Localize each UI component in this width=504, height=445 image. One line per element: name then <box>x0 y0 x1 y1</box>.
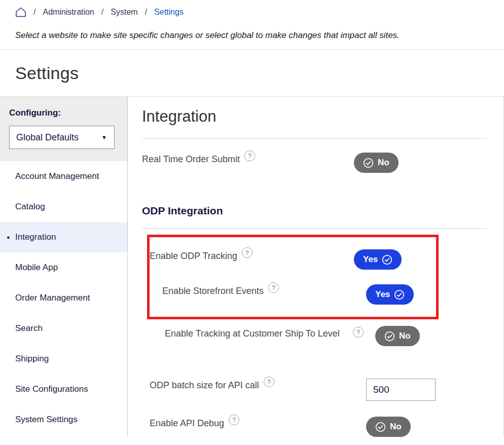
toggle-state-label: Yes <box>363 254 378 265</box>
help-icon[interactable]: ? <box>242 247 253 258</box>
scope-select[interactable]: Global Defaults ▼ <box>9 126 115 149</box>
check-circle-icon <box>375 422 386 432</box>
sidebar-item-label: Order Management <box>15 293 90 303</box>
breadcrumb-separator: / <box>33 8 35 17</box>
setting-row-enable-storefront-events: Enable Storefront Events ? Yes <box>150 284 436 307</box>
header-divider <box>0 49 504 50</box>
sidebar-item-label: Integration <box>15 232 56 242</box>
check-circle-icon <box>394 289 405 300</box>
content-area: Configuring: Global Defaults ▼ ● Account… <box>0 96 504 437</box>
help-icon[interactable]: ? <box>353 327 364 338</box>
setting-label: Enable ODP Tracking ? <box>150 249 253 263</box>
setting-row-real-time-order-submit: Real Time Order Submit ? No <box>142 153 503 176</box>
help-icon[interactable]: ? <box>264 377 274 387</box>
sidebar-item-label: Catalog <box>15 202 45 212</box>
chevron-down-icon: ▼ <box>101 134 107 140</box>
help-icon[interactable]: ? <box>244 151 255 161</box>
check-circle-icon <box>363 158 374 168</box>
setting-label: Enable Tracking at Customer Ship To Leve… <box>165 326 345 341</box>
setting-label: ODP batch size for API call ? <box>150 379 274 392</box>
home-icon[interactable] <box>15 7 26 17</box>
breadcrumb-system[interactable]: System <box>111 8 137 17</box>
integration-panel: Integration Real Time Order Submit ? No … <box>128 97 504 437</box>
sidebar-item-label: System Settings <box>15 415 78 425</box>
check-circle-icon <box>382 254 392 265</box>
check-circle-icon <box>384 331 395 342</box>
breadcrumb-separator: / <box>101 8 103 17</box>
setting-label: Enable Storefront Events ? <box>162 284 279 298</box>
page-title: Settings <box>15 63 504 83</box>
sidebar-item-label: Search <box>15 323 43 333</box>
scope-select-value: Global Defaults <box>16 132 79 143</box>
setting-row-enable-tracking-ship-to: Enable Tracking at Customer Ship To Leve… <box>142 326 503 361</box>
enable-storefront-events-toggle[interactable]: Yes <box>366 284 414 305</box>
setting-row-odp-batch-size: ODP batch size for API call ? <box>142 379 503 402</box>
setting-row-enable-api-debug: Enable API Debug ? No <box>142 417 503 438</box>
sidebar-item-search[interactable]: ● Search <box>0 313 127 344</box>
enable-odp-tracking-toggle[interactable]: Yes <box>354 249 402 270</box>
toggle-state-label: No <box>390 422 402 432</box>
enable-api-debug-toggle[interactable]: No <box>366 417 411 437</box>
odp-section-divider <box>142 228 487 229</box>
section-divider <box>142 138 487 139</box>
sidebar-item-shipping[interactable]: ● Shipping <box>0 344 127 374</box>
sidebar-nav: ● Account Management ● Catalog ● Integra… <box>0 161 127 435</box>
section-title: Integration <box>142 107 503 126</box>
breadcrumb-administration[interactable]: Administration <box>43 8 94 17</box>
active-bullet-icon: ● <box>7 235 10 240</box>
breadcrumb-settings[interactable]: Settings <box>154 8 184 17</box>
sidebar-item-label: Shipping <box>15 354 49 364</box>
setting-row-enable-odp-tracking: Enable ODP Tracking ? Yes <box>150 249 436 272</box>
setting-label: Enable API Debug ? <box>150 417 239 430</box>
toggle-state-label: No <box>378 158 389 168</box>
sidebar-item-label: Account Management <box>15 171 99 181</box>
sidebar-item-integration[interactable]: ● Integration <box>0 222 127 252</box>
toggle-state-label: Yes <box>375 289 390 300</box>
breadcrumb: / Administration / System / Settings <box>0 0 504 17</box>
setting-label: Real Time Order Submit ? <box>142 153 255 166</box>
breadcrumb-separator: / <box>145 8 147 17</box>
sidebar-item-order-management[interactable]: ● Order Management <box>0 283 127 313</box>
toggle-state-label: No <box>399 331 411 341</box>
enable-tracking-ship-to-toggle[interactable]: No <box>375 326 420 346</box>
sidebar-item-system-settings[interactable]: ● System Settings <box>0 404 127 435</box>
settings-sidebar: Configuring: Global Defaults ▼ ● Account… <box>0 97 128 437</box>
sidebar-item-catalog[interactable]: ● Catalog <box>0 192 127 222</box>
real-time-order-submit-toggle[interactable]: No <box>354 153 399 173</box>
sidebar-item-mobile-app[interactable]: ● Mobile App <box>0 252 127 283</box>
sidebar-item-site-configurations[interactable]: ● Site Configurations <box>0 374 127 404</box>
odp-batch-size-input[interactable] <box>366 379 436 401</box>
odp-section-title: ODP Integration <box>142 205 503 217</box>
sidebar-item-label: Mobile App <box>15 263 58 273</box>
sidebar-item-label: Site Configurations <box>15 384 88 394</box>
scope-note: Select a website to make site specific c… <box>15 30 504 41</box>
configuring-label: Configuring: <box>9 108 119 118</box>
help-icon[interactable]: ? <box>229 415 239 425</box>
configuring-block: Configuring: Global Defaults ▼ <box>0 97 127 161</box>
sidebar-item-account-management[interactable]: ● Account Management <box>0 161 127 192</box>
help-icon[interactable]: ? <box>268 282 279 293</box>
highlight-box: Enable ODP Tracking ? Yes Enable Storefr… <box>147 235 439 319</box>
